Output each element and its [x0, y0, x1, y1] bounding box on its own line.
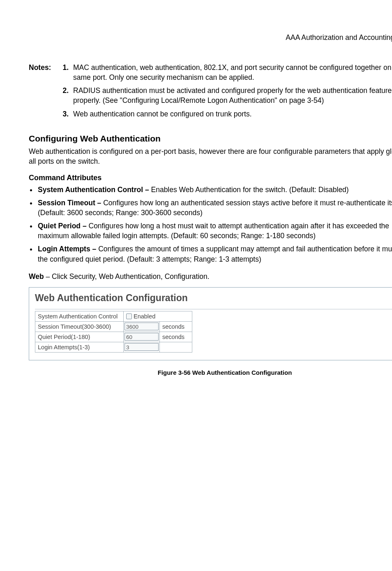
input-cell: 3 — [124, 342, 160, 352]
input-cell: 60 — [124, 332, 160, 342]
notes-list: MAC authentication, web authentication, … — [62, 63, 392, 122]
attr-label: Quiet Period – — [38, 222, 89, 230]
login-attempts-input[interactable]: 3 — [125, 343, 159, 351]
list-item: Session Timeout – Configures how long an… — [37, 198, 392, 218]
list-item: Login Attempts – Configures the amount o… — [37, 244, 392, 264]
notes-label: Notes: — [29, 63, 58, 122]
session-timeout-input[interactable]: 3600 — [125, 323, 159, 330]
command-attributes-heading: Command Attributes — [29, 173, 392, 183]
attr-label: System Authentication Control – — [38, 186, 151, 194]
table-row: Session Timeout(300-3600) 3600 seconds — [35, 321, 192, 332]
notes-item: RADIUS authentication must be activated … — [71, 86, 392, 105]
panel-divider — [35, 309, 392, 309]
table-row: Quiet Period(1-180) 60 seconds — [35, 332, 192, 342]
section-intro: Web authentication is configured on a pe… — [29, 146, 392, 166]
checkbox-label: Enabled — [134, 313, 155, 320]
notes-item: MAC authentication, web authentication, … — [71, 63, 392, 82]
notes-block: Notes: MAC authentication, web authentic… — [29, 63, 392, 122]
attr-label: Login Attempts – — [38, 245, 98, 253]
input-cell: 3600 — [124, 321, 160, 332]
attr-desc: Configures how long a host must wait to … — [38, 222, 389, 240]
enabled-checkbox[interactable] — [126, 313, 132, 319]
list-item: Quiet Period – Configures how long a hos… — [37, 221, 392, 241]
checkbox-cell: Enabled — [124, 311, 192, 321]
header-section-title: AAA Authorization and Accounting — [286, 32, 392, 42]
attr-desc: Enables Web Authentication for the switc… — [151, 186, 349, 194]
row-label: Session Timeout(300-3600) — [35, 321, 124, 332]
web-auth-config-panel: Web Authentication Configuration System … — [29, 287, 392, 360]
panel-title: Web Authentication Configuration — [35, 292, 392, 305]
page-header: AAA Authorization and Accounting 3 — [29, 29, 392, 46]
web-prefix: Web — [29, 272, 44, 281]
unit-label — [160, 342, 192, 352]
unit-label: seconds — [160, 332, 192, 342]
attr-label: Session Timeout – — [38, 199, 103, 207]
command-attributes-list: System Authentication Control – Enables … — [29, 185, 392, 264]
config-table: System Authentication Control Enabled Se… — [35, 311, 192, 353]
row-label: Quiet Period(1-180) — [35, 332, 124, 342]
row-label: Login Attempts(1-3) — [35, 342, 124, 352]
quiet-period-input[interactable]: 60 — [125, 333, 159, 341]
web-text: – Click Security, Web Authentication, Co… — [44, 272, 210, 281]
row-label: System Authentication Control — [35, 311, 124, 321]
table-row: System Authentication Control Enabled — [35, 311, 192, 321]
web-navigation-line: Web – Click Security, Web Authentication… — [29, 272, 392, 281]
table-row: Login Attempts(1-3) 3 — [35, 342, 192, 352]
notes-item: Web authentication cannot be configured … — [71, 109, 392, 119]
unit-label: seconds — [160, 321, 192, 332]
figure-caption: Figure 3-56 Web Authentication Configura… — [29, 369, 392, 377]
section-title: Configuring Web Authentication — [29, 133, 392, 145]
list-item: System Authentication Control – Enables … — [37, 185, 392, 195]
